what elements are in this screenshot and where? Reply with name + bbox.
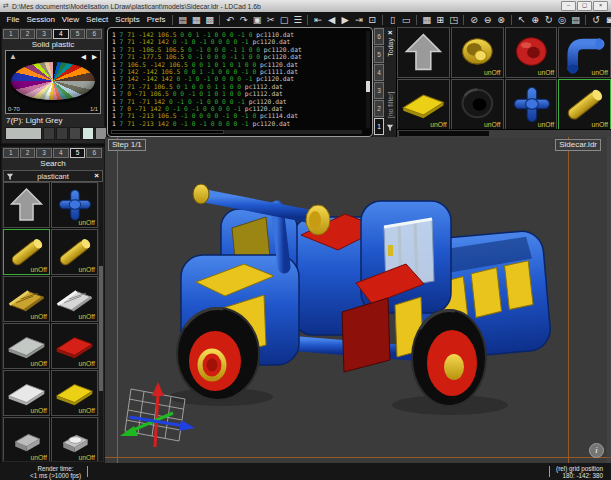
source-line[interactable]: 1 7 0 -71 142 0 -1 0 -1 0 0 0 0 -1 pc112… bbox=[112, 105, 363, 112]
close-filter-icon[interactable]: × bbox=[388, 28, 393, 38]
partbin-tab-6[interactable]: 6 bbox=[86, 148, 102, 158]
origin-tool-icon[interactable]: ◎ bbox=[555, 13, 569, 27]
source-line[interactable]: 1 7 71 -213 142 0 -1 0 -1 0 0 0 0 -1 pc1… bbox=[112, 120, 363, 127]
part-tile[interactable]: unOff bbox=[51, 417, 98, 461]
maximize-button[interactable]: ▢ bbox=[577, 1, 592, 11]
part-tile[interactable]: unOff bbox=[505, 27, 558, 78]
source-line[interactable]: 1 7 71 -106.5 106.5 0 -1 0 0 0 -1 1 0 0 … bbox=[112, 46, 363, 53]
part-tile[interactable]: unOff bbox=[3, 417, 50, 461]
copy-icon[interactable]: ▣ bbox=[250, 13, 264, 27]
recent-tab-5[interactable]: 5 bbox=[374, 46, 384, 63]
rotation-step-icon[interactable]: ↺ bbox=[589, 13, 603, 27]
partbin-tab-3[interactable]: 3 bbox=[36, 148, 52, 158]
recent-tab-2[interactable]: 2 bbox=[374, 100, 384, 117]
minimize-button[interactable]: – bbox=[561, 1, 576, 11]
save-all-icon[interactable]: ▩ bbox=[203, 13, 217, 27]
part-tile[interactable]: unOff bbox=[3, 276, 50, 322]
part-tile[interactable]: unOff bbox=[397, 79, 450, 130]
save-icon[interactable]: ▦ bbox=[189, 13, 203, 27]
part-tile[interactable]: unOff bbox=[558, 27, 611, 78]
recent-tab-6[interactable]: 6 bbox=[374, 28, 384, 45]
nested-editing-icon[interactable]: ◳ bbox=[447, 13, 461, 27]
palette-prev-icon[interactable]: ◀ bbox=[81, 53, 86, 61]
prev-step-icon[interactable]: ◀ bbox=[325, 13, 339, 27]
color-tab-1[interactable]: 1 bbox=[3, 29, 19, 39]
menu-session[interactable]: Session bbox=[23, 15, 58, 24]
color-swatch[interactable] bbox=[69, 127, 81, 140]
move-tool-icon[interactable]: ⊕ bbox=[528, 13, 542, 27]
editor-hscrollbar[interactable] bbox=[111, 130, 362, 134]
recent-tab-1[interactable]: 1 bbox=[374, 118, 384, 135]
part-tile[interactable]: unOff bbox=[51, 370, 98, 416]
search-input[interactable]: plasticant bbox=[15, 172, 91, 181]
info-icon[interactable]: i bbox=[589, 443, 604, 458]
recent-tab-3[interactable]: 3 bbox=[374, 82, 384, 99]
part-tile[interactable]: unOff bbox=[3, 229, 50, 275]
source-line[interactable]: 1 7 142 -142 142 0 -1 0 -1 0 0 0 0 -1 pc… bbox=[112, 75, 363, 82]
paste-icon[interactable]: ▢ bbox=[277, 13, 291, 27]
source-line[interactable]: 1 7 106.5 -142 106.5 0 0 1 0 1 0 1 0 0 p… bbox=[112, 61, 363, 68]
color-swatch[interactable] bbox=[56, 127, 68, 140]
color-tab-2[interactable]: 2 bbox=[20, 29, 36, 39]
add-submodel-icon[interactable]: ▭ bbox=[399, 13, 413, 27]
select-list-icon[interactable]: ☰ bbox=[291, 13, 305, 27]
part-tile[interactable]: unOff bbox=[51, 182, 98, 228]
part-tile[interactable]: unOff bbox=[451, 79, 504, 130]
menu-select[interactable]: Select bbox=[83, 15, 112, 24]
part-tile[interactable]: unOff bbox=[51, 229, 98, 275]
menu-scripts[interactable]: Scripts bbox=[112, 15, 143, 24]
rotate-tool-icon[interactable]: ↻ bbox=[542, 13, 556, 27]
hide-axis-icon[interactable]: ⊖ bbox=[481, 13, 495, 27]
source-line[interactable]: 1 7 71 -71 106.5 0 1 0 0 0 1 1 0 0 pc111… bbox=[112, 83, 363, 90]
source-line[interactable]: 1 7 71 -142 106.5 0 0 1 -1 0 0 0 -1 0 pc… bbox=[112, 31, 363, 38]
color-group-up-icon[interactable]: ▲ bbox=[9, 52, 17, 61]
add-part-icon[interactable]: ▯ bbox=[386, 13, 400, 27]
source-line[interactable]: 1 7 71 -71 142 0 -1 0 -1 0 0 0 0 -1 pc11… bbox=[112, 98, 363, 105]
menu-view[interactable]: View bbox=[58, 15, 82, 24]
clear-search-icon[interactable]: × bbox=[91, 171, 102, 181]
editing-grid-icon[interactable]: ▦ bbox=[420, 13, 434, 27]
partbin-tab-5[interactable]: 5 bbox=[70, 148, 86, 158]
color-swatch[interactable] bbox=[43, 127, 55, 140]
filter-funnel-icon[interactable] bbox=[386, 118, 394, 136]
open-file-icon[interactable]: ▤ bbox=[176, 13, 190, 27]
palette-next-icon[interactable]: ▶ bbox=[92, 53, 97, 61]
cut-icon[interactable]: ✂ bbox=[264, 13, 278, 27]
redo-icon[interactable]: ↷ bbox=[237, 13, 251, 27]
viewport-scrollbar[interactable] bbox=[607, 137, 611, 463]
source-line[interactable]: 1 7 142 -142 106.5 0 0 1 -1 0 0 0 -1 0 p… bbox=[112, 68, 363, 75]
menu-file[interactable]: File bbox=[3, 15, 23, 24]
part-tile[interactable]: unOff bbox=[51, 323, 98, 369]
hide-grid-icon[interactable]: ⊘ bbox=[467, 13, 481, 27]
part-tile[interactable]: unOff bbox=[51, 276, 98, 322]
partbin-tab-1[interactable]: 1 bbox=[3, 148, 19, 158]
part-tile[interactable]: unOff bbox=[3, 323, 50, 369]
goto-step-icon[interactable]: ⊡ bbox=[365, 13, 379, 27]
undo-icon[interactable]: ↶ bbox=[223, 13, 237, 27]
partbin-tab-2[interactable]: 2 bbox=[20, 148, 36, 158]
recent-tab-4[interactable]: 4 bbox=[374, 64, 384, 81]
close-button[interactable]: × bbox=[593, 1, 608, 11]
filter-funnel-icon[interactable] bbox=[4, 172, 15, 181]
part-tile[interactable] bbox=[3, 182, 50, 228]
color-swatch[interactable] bbox=[5, 127, 42, 140]
source-line[interactable]: 1 7 0 -71 106.5 0 0 -1 0 1 0 1 0 0 pc111… bbox=[112, 90, 363, 97]
hide-helpers-icon[interactable]: ⊗ bbox=[494, 13, 508, 27]
color-tab-4[interactable]: 4 bbox=[53, 29, 69, 39]
grid-step-icon[interactable]: ⊞ bbox=[433, 13, 447, 27]
source-line[interactable]: 1 7 71 -177.5 106.5 0 -1 0 0 0 -1 1 0 0 … bbox=[112, 53, 363, 60]
viewport-3d[interactable]: Step 1/1 Sidecar.ldr i bbox=[105, 137, 611, 463]
last-step-icon[interactable]: ⇥ bbox=[352, 13, 366, 27]
part-tile[interactable]: unOff bbox=[451, 27, 504, 78]
source-editor[interactable]: 1 7 71 -142 106.5 0 0 1 -1 0 0 0 -1 0 pc… bbox=[107, 27, 373, 137]
properties-icon[interactable]: ▤ bbox=[569, 13, 583, 27]
color-swatch[interactable] bbox=[82, 127, 94, 140]
next-step-icon[interactable]: ▶ bbox=[338, 13, 352, 27]
recent-bin-scrollbar[interactable] bbox=[397, 129, 611, 137]
partbin-tab-4[interactable]: 4 bbox=[53, 148, 69, 158]
source-line[interactable]: 1 7 71 -213 106.5 -1 0 0 0 0 -1 0 -1 0 p… bbox=[112, 112, 363, 119]
camera-views-icon[interactable]: ◙ bbox=[603, 13, 611, 27]
part-tile[interactable]: unOff bbox=[3, 370, 50, 416]
first-step-icon[interactable]: ⇤ bbox=[311, 13, 325, 27]
part-tile[interactable]: unOff bbox=[558, 79, 611, 130]
